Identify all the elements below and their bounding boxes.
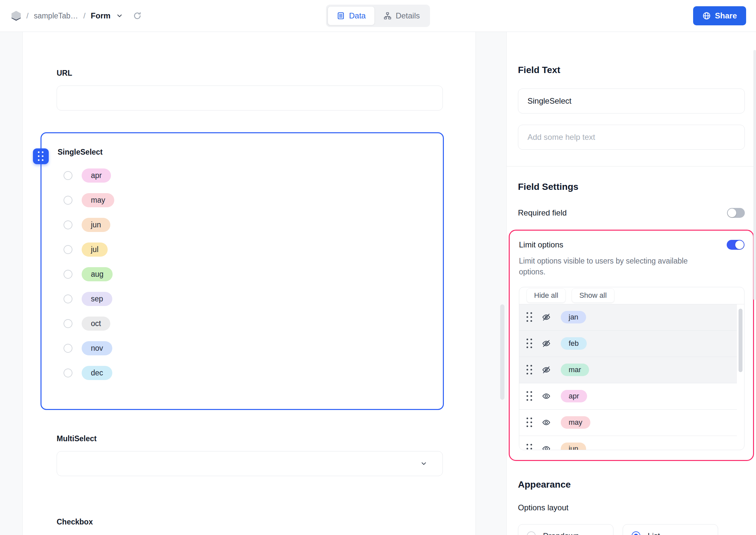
globe-icon <box>702 12 711 20</box>
layout-option-dropdown[interactable]: Dropdown <box>518 524 614 535</box>
checkbox-field-label: Checkbox <box>57 518 443 526</box>
option-pill: jun <box>82 218 110 232</box>
toggle-knob <box>735 240 744 249</box>
radio-icon[interactable] <box>64 270 73 279</box>
multi-select-dropdown[interactable] <box>57 451 443 476</box>
field-drag-handle[interactable] <box>33 148 49 164</box>
eye-off-icon[interactable] <box>542 365 551 375</box>
chevron-down-icon <box>420 460 427 467</box>
breadcrumb-separator: / <box>83 11 86 20</box>
drag-dots-icon[interactable] <box>527 339 532 349</box>
limit-options-toggle[interactable] <box>727 240 744 250</box>
multi-select-field: MultiSelect <box>57 434 443 476</box>
breadcrumb-table[interactable]: sampleTab… <box>34 12 78 20</box>
limit-options-list: Hide all Show all jan <box>519 287 744 450</box>
breadcrumb-separator: / <box>26 11 29 20</box>
limit-option-row: jan <box>519 304 737 331</box>
limit-option-row: may <box>519 409 737 436</box>
options-layout-choices: Dropdown List <box>518 524 745 535</box>
field-text-heading: Field Text <box>518 65 745 75</box>
field-name-input[interactable] <box>518 89 745 114</box>
option-pill: sep <box>82 292 112 306</box>
drag-dots-icon[interactable] <box>527 312 532 322</box>
panel-scrollbar[interactable] <box>753 50 756 300</box>
document-icon <box>337 12 345 20</box>
tab-data-label: Data <box>349 11 366 20</box>
option-pill: feb <box>561 337 587 350</box>
url-field-label: URL <box>57 69 443 78</box>
hide-all-button[interactable]: Hide all <box>527 288 566 303</box>
drag-dots-icon[interactable] <box>527 444 532 450</box>
left-gutter <box>0 32 23 535</box>
canvas-scrollbar[interactable] <box>500 304 504 400</box>
option-pill: dec <box>82 366 112 380</box>
radio-icon[interactable] <box>64 196 73 205</box>
eye-icon[interactable] <box>542 418 551 427</box>
breadcrumb: / sampleTab… / Form <box>11 11 141 21</box>
radio-icon[interactable] <box>64 295 73 303</box>
option-pill: mar <box>561 364 589 376</box>
appearance-heading: Appearance <box>518 479 745 490</box>
breadcrumb-view[interactable]: Form <box>91 11 111 20</box>
limit-option-row: jun <box>519 436 737 450</box>
refresh-icon[interactable] <box>133 12 141 20</box>
form-canvas: URL SingleSelect apr may jun <box>23 32 476 535</box>
field-settings-panel: Field Text Field Settings Required field… <box>507 32 756 535</box>
radio-icon[interactable] <box>64 344 73 353</box>
eye-off-icon[interactable] <box>542 339 551 348</box>
option-row[interactable]: aug <box>64 267 430 281</box>
app-logo-icon[interactable] <box>11 11 21 21</box>
chevron-down-icon[interactable] <box>116 12 123 19</box>
show-all-button[interactable]: Show all <box>572 288 614 303</box>
layout-option-label: Dropdown <box>543 531 579 535</box>
radio-icon[interactable] <box>64 171 73 180</box>
eye-icon[interactable] <box>542 444 551 450</box>
drag-dots-icon[interactable] <box>527 417 532 427</box>
limit-options-label: Limit options <box>519 240 563 249</box>
required-field-row: Required field <box>518 208 745 218</box>
field-settings-heading: Field Settings <box>518 182 745 192</box>
radio-icon <box>527 531 536 535</box>
tab-data[interactable]: Data <box>328 6 375 25</box>
drag-dots-icon[interactable] <box>527 365 532 375</box>
eye-off-icon[interactable] <box>542 313 551 322</box>
field-help-input[interactable] <box>518 125 745 150</box>
top-bar: / sampleTab… / Form Data <box>0 0 756 32</box>
drag-dots-icon[interactable] <box>527 391 532 401</box>
option-row[interactable]: sep <box>64 292 430 306</box>
share-button[interactable]: Share <box>693 6 746 25</box>
option-pill: jan <box>561 311 586 324</box>
option-row[interactable]: apr <box>64 168 430 183</box>
option-pill: aug <box>82 267 113 281</box>
radio-icon[interactable] <box>64 369 73 378</box>
radio-icon[interactable] <box>64 319 73 328</box>
radio-icon[interactable] <box>64 245 73 254</box>
option-row[interactable]: dec <box>64 366 430 380</box>
option-row[interactable]: oct <box>64 317 430 331</box>
view-mode-tabs: Data Details <box>326 5 430 27</box>
url-field: URL <box>57 69 443 111</box>
options-layout-label: Options layout <box>518 503 745 512</box>
single-select-label: SingleSelect <box>58 148 430 156</box>
radio-icon[interactable] <box>64 220 73 229</box>
layout-option-list[interactable]: List <box>623 524 718 535</box>
multi-select-label: MultiSelect <box>57 434 443 443</box>
option-row[interactable]: nov <box>64 341 430 355</box>
option-row[interactable]: jul <box>64 242 430 257</box>
url-input[interactable] <box>57 86 443 111</box>
option-pill: may <box>82 193 114 207</box>
option-row[interactable]: may <box>64 193 430 207</box>
eye-icon[interactable] <box>542 392 551 401</box>
single-select-options: apr may jun jul aug <box>58 168 430 380</box>
option-pill: jul <box>82 242 108 257</box>
limit-options-highlight-box: Limit options Limit options visible to u… <box>509 230 754 461</box>
tab-details[interactable]: Details <box>375 6 428 25</box>
tab-details-label: Details <box>396 11 420 20</box>
single-select-field-card[interactable]: SingleSelect apr may jun jul <box>41 132 444 410</box>
limit-list-scrollbar[interactable] <box>739 309 742 372</box>
option-row[interactable]: jun <box>64 218 430 232</box>
option-pill: jun <box>561 442 586 450</box>
layout-option-label: List <box>648 531 660 535</box>
toggle-knob <box>728 209 736 217</box>
required-field-toggle[interactable] <box>727 208 745 218</box>
